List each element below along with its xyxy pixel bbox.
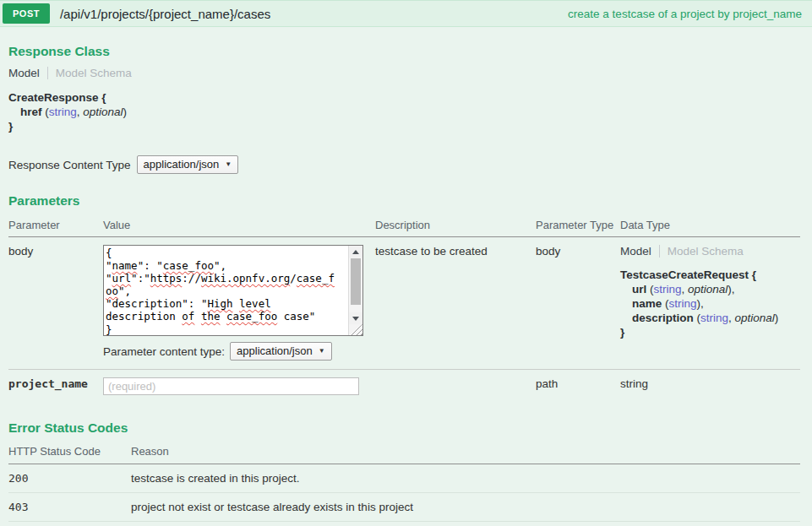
chevron-down-icon: ▼ xyxy=(225,160,232,168)
resize-grip-icon[interactable] xyxy=(349,324,362,335)
col-reason: Reason xyxy=(131,445,800,458)
scroll-down-button[interactable] xyxy=(349,312,362,324)
table-row-body: body {"name": "case_foo","url":"https://… xyxy=(8,237,800,369)
textarea-scrollbar[interactable] xyxy=(348,246,362,335)
body-json-text: {"name": "case_foo","url":"https://wiki.… xyxy=(104,246,348,335)
endpoint-path-link[interactable]: /api/v1/projects/{project_name}/cases xyxy=(60,7,270,21)
tab-model[interactable]: Model xyxy=(620,245,651,258)
response-content-type-label: Response Content Type xyxy=(8,159,131,171)
col-http-status-code: HTTP Status Code xyxy=(8,445,131,458)
col-parameter-type: Parameter Type xyxy=(536,219,620,231)
param-data-type: string xyxy=(620,377,800,395)
arrow-down-icon xyxy=(352,317,359,321)
http-status-code: 400 xyxy=(8,521,131,526)
parameter-content-type-row: Parameter content type: application/json… xyxy=(103,342,375,361)
param-type: path xyxy=(536,377,620,395)
endpoint-summary-link[interactable]: create a testcase of a project by projec… xyxy=(568,8,802,20)
scrollbar-thumb[interactable] xyxy=(351,258,361,305)
reason-text: project not exist or testcase already ex… xyxy=(131,492,800,521)
table-row-project-name: project_name path string xyxy=(8,369,800,404)
http-status-code: 403 xyxy=(8,492,131,521)
parameter-content-type-label: Parameter content type: xyxy=(103,345,225,358)
body-model-signature: TestcaseCreateRequest {url (string, opti… xyxy=(620,268,800,339)
param-name-body: body xyxy=(8,245,103,361)
reason-text: body or name not provided xyxy=(131,521,800,526)
body-json-textarea[interactable]: {"name": "case_foo","url":"https://wiki.… xyxy=(103,245,363,336)
arrow-up-icon xyxy=(352,250,359,254)
tab-model-schema[interactable]: Model Schema xyxy=(56,67,132,79)
parameters-table-header: Parameter Value Description Parameter Ty… xyxy=(8,219,800,237)
response-model-tabs: Model Model Schema xyxy=(8,67,800,79)
http-method-badge: POST xyxy=(3,3,50,24)
tab-model[interactable]: Model xyxy=(8,67,40,79)
error-status-codes-title: Error Status Codes xyxy=(8,420,800,436)
chevron-down-icon: ▼ xyxy=(319,347,325,355)
param-value-cell: {"name": "case_foo","url":"https://wiki.… xyxy=(103,245,375,361)
col-value: Value xyxy=(103,219,375,231)
param-data-type-cell: Model Model Schema TestcaseCreateRequest… xyxy=(620,245,800,361)
param-name-project-name: project_name xyxy=(8,377,103,395)
endpoint-header[interactable]: POST /api/v1/projects/{project_name}/cas… xyxy=(0,0,812,27)
col-data-type: Data Type xyxy=(620,219,800,231)
response-model-signature: CreateResponse {href (string, optional)} xyxy=(8,90,800,133)
col-description: Description xyxy=(375,219,536,231)
reason-text: testcase is created in this project. xyxy=(131,464,800,492)
response-class-title: Response Class xyxy=(8,44,800,59)
tab-separator xyxy=(47,67,48,79)
col-parameter: Parameter xyxy=(8,219,103,231)
tab-separator xyxy=(659,245,660,258)
parameter-content-type-select[interactable]: application/json ▼ xyxy=(230,342,332,361)
tab-model-schema[interactable]: Model Schema xyxy=(668,245,744,258)
param-value-cell xyxy=(103,377,375,395)
error-table-body: 200testcase is created in this project.4… xyxy=(8,464,800,526)
http-status-code: 200 xyxy=(8,464,131,492)
body-model-tabs: Model Model Schema xyxy=(620,245,800,258)
error-table-header: HTTP Status Code Reason xyxy=(8,445,800,464)
project-name-input[interactable] xyxy=(103,377,359,395)
scrollbar-track[interactable] xyxy=(349,258,362,312)
parameters-title: Parameters xyxy=(8,193,800,209)
param-description: testcase to be created xyxy=(375,245,536,361)
response-content-type-row: Response Content Type application/json ▼ xyxy=(8,155,800,174)
scroll-up-button[interactable] xyxy=(349,246,362,258)
param-type: body xyxy=(536,245,620,361)
param-description xyxy=(375,377,536,395)
response-content-type-select[interactable]: application/json ▼ xyxy=(137,155,239,174)
